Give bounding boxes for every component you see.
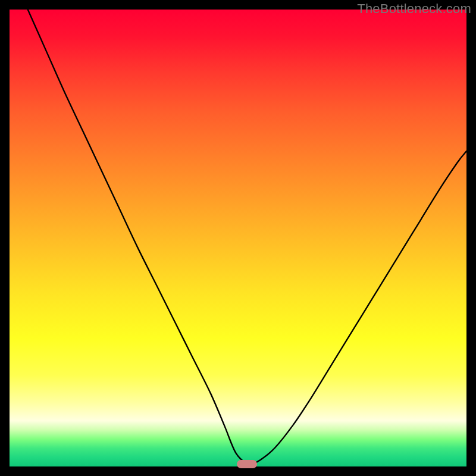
- bottleneck-curve: [10, 10, 466, 466]
- watermark-text: TheBottleneck.com: [357, 1, 471, 17]
- plot-area: [10, 10, 466, 466]
- optimum-marker: [237, 460, 257, 468]
- chart-frame: TheBottleneck.com: [0, 0, 476, 476]
- curve-path: [28, 10, 466, 465]
